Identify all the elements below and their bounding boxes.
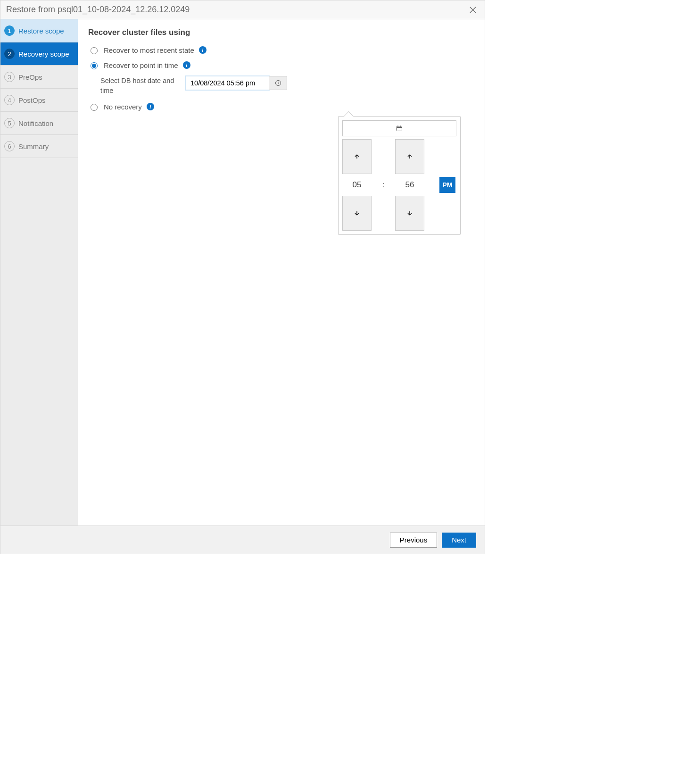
section-heading: Recover cluster files using xyxy=(88,28,474,37)
minute-value[interactable]: 56 xyxy=(405,180,414,190)
option-label: Recover to point in time xyxy=(104,61,178,69)
minute-up-button[interactable] xyxy=(395,139,424,174)
step-summary[interactable]: 6 Summary xyxy=(0,135,78,158)
time-separator: : xyxy=(382,181,384,189)
step-number: 5 xyxy=(4,118,15,128)
close-button[interactable] xyxy=(467,5,479,15)
clock-icon xyxy=(275,80,281,86)
arrow-down-icon xyxy=(354,210,360,217)
option-label: No recovery xyxy=(104,103,142,111)
step-label: Notification xyxy=(18,119,53,127)
info-icon[interactable]: i xyxy=(199,46,207,54)
datetime-picker-toggle[interactable] xyxy=(269,76,287,90)
step-preops[interactable]: 3 PreOps xyxy=(0,66,78,89)
step-restore-scope[interactable]: 1 Restore scope xyxy=(0,19,78,42)
next-button[interactable]: Next xyxy=(442,533,476,548)
datetime-input[interactable] xyxy=(185,76,269,90)
svg-rect-1 xyxy=(397,126,402,131)
wizard-steps: 1 Restore scope 2 Recovery scope 3 PreOp… xyxy=(0,19,78,525)
step-notification[interactable]: 5 Notification xyxy=(0,112,78,135)
step-label: Summary xyxy=(18,142,49,150)
step-label: Recovery scope xyxy=(18,50,69,58)
arrow-up-icon xyxy=(354,153,360,160)
pit-sublabel: Select DB host date and time xyxy=(100,76,176,96)
hour-down-button[interactable] xyxy=(342,196,372,231)
arrow-up-icon xyxy=(406,153,413,160)
dialog-title: Restore from psql01_10-08-2024_12.26.12.… xyxy=(6,5,190,15)
option-recover-pit[interactable]: Recover to point in time i xyxy=(88,61,474,69)
radio-none[interactable] xyxy=(91,104,98,111)
step-number: 6 xyxy=(4,141,15,151)
radio-recent[interactable] xyxy=(91,47,98,54)
time-picker-popover: 05 : 56 PM xyxy=(338,116,461,235)
close-icon xyxy=(470,7,476,13)
step-recovery-scope[interactable]: 2 Recovery scope xyxy=(0,42,78,66)
arrow-down-icon xyxy=(406,210,413,217)
info-icon[interactable]: i xyxy=(147,103,154,110)
calendar-icon xyxy=(396,125,403,132)
step-postops[interactable]: 4 PostOps xyxy=(0,89,78,112)
hour-up-button[interactable] xyxy=(342,139,372,174)
step-number: 3 xyxy=(4,72,15,82)
option-label: Recover to most recent state xyxy=(104,46,194,54)
minute-down-button[interactable] xyxy=(395,196,424,231)
step-number: 4 xyxy=(4,95,15,105)
step-label: PreOps xyxy=(18,73,42,81)
step-label: PostOps xyxy=(18,96,46,104)
option-recover-recent[interactable]: Recover to most recent state i xyxy=(88,46,474,54)
ampm-toggle[interactable]: PM xyxy=(439,177,455,193)
radio-pit[interactable] xyxy=(91,62,98,69)
calendar-toggle[interactable] xyxy=(342,120,456,136)
step-number: 2 xyxy=(4,49,15,59)
hour-value[interactable]: 05 xyxy=(353,180,362,190)
step-label: Restore scope xyxy=(18,27,64,35)
info-icon[interactable]: i xyxy=(183,61,190,69)
step-number: 1 xyxy=(4,25,15,36)
previous-button[interactable]: Previous xyxy=(390,533,437,548)
option-no-recovery[interactable]: No recovery i xyxy=(88,102,474,111)
